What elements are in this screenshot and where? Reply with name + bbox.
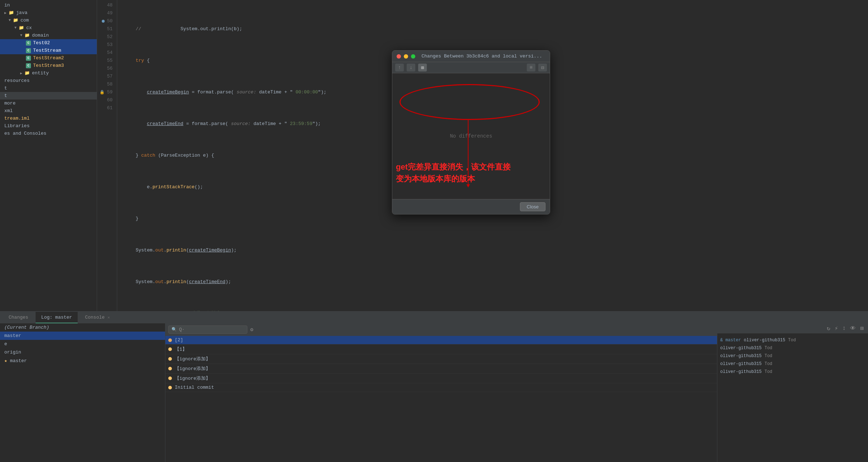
commit-detail-row-3: oliver-github315 Tod bbox=[717, 360, 868, 368]
class-icon-ts: C bbox=[26, 48, 31, 53]
star-icon: ★ bbox=[4, 358, 7, 364]
sidebar-item-test02[interactable]: C Test02 bbox=[0, 39, 97, 47]
search-icon: 🔍 bbox=[172, 327, 177, 332]
line-number-52: 52 bbox=[97, 33, 113, 41]
commit-toolbar: ↻ ⚡ ↕ 👁 ⊞ bbox=[717, 323, 868, 333]
line-number-51: 51 bbox=[97, 25, 113, 33]
branch-item-e[interactable]: e bbox=[0, 340, 165, 348]
code-line-54: } bbox=[124, 215, 868, 223]
sidebar-item-teststream[interactable]: C TestStream bbox=[0, 47, 97, 54]
chevron-down-icon-domain: ▼ bbox=[20, 33, 22, 37]
sidebar-item-xml[interactable]: xml bbox=[0, 107, 97, 115]
eye-icon[interactable]: 👁 bbox=[850, 325, 856, 332]
collapse-button[interactable]: ⊟ bbox=[538, 64, 547, 71]
traffic-light-close[interactable] bbox=[397, 54, 401, 59]
line-number-49: 49 bbox=[97, 9, 113, 17]
commit-dot bbox=[168, 338, 172, 342]
push-pull-icon[interactable]: ↕ bbox=[842, 325, 846, 332]
line-number-48: 48 bbox=[97, 1, 113, 9]
chevron-down-icon-cx: ▼ bbox=[14, 26, 17, 30]
dialog-footer: Close bbox=[392, 199, 550, 214]
commit-list-panel: 🔍 Q· ⚙ [2] bbox=[165, 323, 717, 462]
dialog-title: Changes Between 3b3c84c6 and local versi… bbox=[418, 54, 545, 59]
sidebar-item-domain[interactable]: ▼ 📁 domain bbox=[0, 32, 97, 39]
sidebar-item-teststream3[interactable]: C TestStream3 bbox=[0, 62, 97, 69]
sidebar-item-com[interactable]: ▼ 📁 com bbox=[0, 17, 97, 24]
commit-item-ignore1[interactable]: 【ignore添加】 bbox=[165, 354, 717, 364]
class-icon-ts3: C bbox=[26, 63, 31, 68]
bottom-panel: Changes Log: master Console ✕ (Current B… bbox=[0, 311, 868, 462]
branch-item-master-local[interactable]: master bbox=[0, 332, 165, 340]
dialog-body: No differences get完差异直接消失，该文件直接 变为本地版本库的… bbox=[392, 73, 550, 199]
commit-dot-ignore1 bbox=[168, 357, 172, 361]
cherry-pick-icon[interactable]: ⚡ bbox=[835, 325, 838, 332]
line-number-61: 61 bbox=[97, 104, 113, 112]
chevron-right-icon-entity: ▶ bbox=[20, 71, 22, 75]
class-icon-ts2: C bbox=[26, 56, 31, 61]
prev-diff-button[interactable]: ↑ bbox=[395, 64, 404, 71]
folder-icon-domain: 📁 bbox=[24, 33, 30, 38]
sidebar-item-cx[interactable]: ▼ 📁 cx bbox=[0, 24, 97, 32]
traffic-light-minimize[interactable] bbox=[404, 54, 408, 59]
line-number-57: 57 bbox=[97, 73, 113, 80]
editor-area: 48 49 50 51 52 53 54 55 56 57 58 🔒 bbox=[97, 0, 868, 311]
code-line-48: // System.out.println(b); bbox=[124, 25, 868, 33]
next-diff-button[interactable]: ↓ bbox=[407, 64, 415, 71]
no-differences-text: No differences bbox=[450, 133, 492, 139]
branch-list-panel: (Current Branch) master e origin ★ maste… bbox=[0, 323, 165, 462]
sidebar-item-t1[interactable]: t bbox=[0, 84, 97, 92]
main-area: in ▶ 📁 java ▼ 📁 com ▼ 📁 cx bbox=[0, 0, 868, 311]
sidebar-item-iml[interactable]: tream.iml bbox=[0, 115, 97, 122]
commit-detail-row-4: oliver-github315 Tod bbox=[717, 368, 868, 376]
code-line-57: System. out . println (" 这是一个测试1 "); bbox=[124, 310, 868, 311]
bottom-content: (Current Branch) master e origin ★ maste… bbox=[0, 323, 868, 462]
sidebar-item-t2[interactable]: t bbox=[0, 92, 97, 100]
sidebar-item-teststream2[interactable]: C TestStream2 bbox=[0, 54, 97, 62]
annotation-line bbox=[468, 120, 469, 185]
branch-item-current[interactable]: (Current Branch) bbox=[0, 323, 165, 332]
folder-icon-entity: 📁 bbox=[24, 70, 30, 76]
console-close-icon[interactable]: ✕ bbox=[108, 315, 110, 320]
tab-changes[interactable]: Changes bbox=[3, 312, 34, 323]
code-line-55: System. out . println ( createTimeBegin … bbox=[124, 246, 868, 254]
search-settings-icon[interactable]: ⚙ bbox=[250, 327, 253, 333]
traffic-light-maximize[interactable] bbox=[411, 54, 415, 59]
commit-item-2[interactable]: [2] bbox=[165, 336, 717, 345]
commit-dot-ignore3 bbox=[168, 376, 172, 380]
red-ellipse-annotation bbox=[399, 84, 540, 120]
commit-item-ignore3[interactable]: 【ignore添加】 bbox=[165, 374, 717, 383]
tab-console[interactable]: Console ✕ bbox=[79, 312, 115, 323]
folder-icon-com: 📁 bbox=[13, 18, 18, 23]
dialog-toolbar-left: ↑ ↓ ⊞ bbox=[395, 64, 427, 71]
commit-search-input[interactable]: 🔍 Q· bbox=[168, 325, 247, 334]
dialog-titlebar: Changes Between 3b3c84c6 and local versi… bbox=[392, 51, 550, 62]
file-tree: in ▶ 📁 java ▼ 📁 com ▼ 📁 cx bbox=[0, 0, 97, 139]
dialog-toolbar-right: ≡ ⊟ bbox=[527, 64, 547, 71]
line-number-54: 54 bbox=[97, 49, 113, 57]
branch-item-master-remote[interactable]: ★ master bbox=[0, 356, 165, 365]
chevron-right-icon: ▶ bbox=[4, 11, 6, 15]
sidebar-item-more[interactable]: more bbox=[0, 100, 97, 107]
layout-icon[interactable]: ⊞ bbox=[860, 325, 864, 332]
sidebar-item-resources[interactable]: resources bbox=[0, 77, 97, 84]
tab-log-master[interactable]: Log: master bbox=[36, 312, 78, 323]
sidebar-item-libraries[interactable]: Libraries bbox=[0, 122, 97, 130]
branch-item-origin[interactable]: origin bbox=[0, 348, 165, 356]
line-number-55: 55 bbox=[97, 57, 113, 65]
sidebar-item-java[interactable]: ▶ 📁 java bbox=[0, 9, 97, 17]
dialog-toolbar: ↑ ↓ ⊞ ≡ ⊟ bbox=[392, 62, 550, 73]
refresh-icon[interactable]: ↻ bbox=[827, 325, 830, 332]
sidebar-item-entity[interactable]: ▶ 📁 entity bbox=[0, 69, 97, 77]
settings-button[interactable]: ≡ bbox=[527, 64, 535, 71]
breakpoint-dot-50 bbox=[102, 20, 105, 23]
sidebar-item-consoles[interactable]: es and Consoles bbox=[0, 130, 97, 137]
close-dialog-button[interactable]: Close bbox=[520, 202, 545, 211]
commit-item-initial[interactable]: Initial commit bbox=[165, 383, 717, 392]
sidebar-item-in[interactable]: in bbox=[0, 1, 97, 9]
sidebar: in ▶ 📁 java ▼ 📁 com ▼ 📁 cx bbox=[0, 0, 97, 311]
side-by-side-button[interactable]: ⊞ bbox=[418, 64, 427, 71]
commit-details-list: & master oliver-github315 Tod oliver-git… bbox=[717, 333, 868, 462]
commit-item-1[interactable]: 【1】 bbox=[165, 345, 717, 354]
commit-item-ignore2[interactable]: 【ignore添加】 bbox=[165, 364, 717, 374]
commit-search-bar: 🔍 Q· ⚙ bbox=[165, 323, 717, 336]
